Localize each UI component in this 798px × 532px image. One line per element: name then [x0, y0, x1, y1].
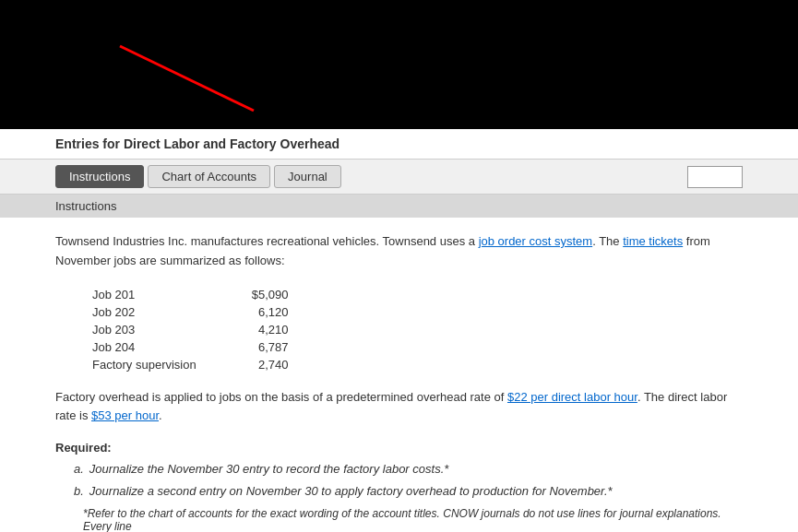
table-row: Factory supervision 2,740	[92, 356, 288, 373]
required-section: Required: a.Journalize the November 30 e…	[55, 441, 743, 532]
title-text: Entries for Direct Labor and Factory Ove…	[55, 136, 339, 151]
item-letter: a.	[74, 462, 84, 476]
section-header-text: Instructions	[55, 199, 116, 213]
table-row: Job 202 6,120	[92, 303, 288, 321]
svg-line-0	[120, 46, 254, 111]
intro-text-2: . The	[592, 234, 623, 248]
required-items-list: a.Journalize the November 30 entry to re…	[55, 460, 743, 500]
black-top-area	[0, 0, 798, 129]
job-amount: 6,120	[252, 303, 289, 321]
table-row: Job 201 $5,090	[92, 286, 288, 303]
job-label: Job 203	[92, 321, 252, 338]
intro-text-1: Townsend Industries Inc. manufactures re…	[55, 234, 479, 248]
note-text: *Refer to the chart of accounts for the …	[83, 507, 743, 532]
job-amount: 2,740	[252, 356, 289, 373]
job-label: Factory supervision	[92, 356, 252, 373]
time-tickets-link[interactable]: time tickets	[623, 234, 683, 248]
table-row: Job 204 6,787	[92, 338, 288, 356]
job-label: Job 204	[92, 338, 252, 356]
tab-input-field[interactable]	[687, 166, 743, 188]
job-amount: 4,210	[252, 321, 289, 338]
intro-paragraph: Townsend Industries Inc. manufactures re…	[55, 232, 743, 271]
required-item: a.Journalize the November 30 entry to re…	[74, 460, 743, 479]
tab-chart-of-accounts[interactable]: Chart of Accounts	[148, 165, 270, 188]
section-header: Instructions	[0, 195, 798, 218]
required-item: b.Journalize a second entry on November …	[74, 482, 743, 501]
overhead-text-1: Factory overhead is applied to jobs on t…	[55, 390, 507, 404]
red-arrow	[92, 28, 277, 120]
table-row: Job 203 4,210	[92, 321, 288, 338]
tab-bar: Instructions Chart of Accounts Journal	[0, 160, 798, 195]
item-letter: b.	[74, 484, 84, 498]
overhead-text-3: .	[159, 408, 162, 422]
item-text: Journalize the November 30 entry to reco…	[89, 462, 448, 476]
overhead-paragraph: Factory overhead is applied to jobs on t…	[55, 388, 743, 427]
required-label: Required:	[55, 441, 743, 455]
job-order-cost-system-link[interactable]: job order cost system	[479, 234, 593, 248]
job-label: Job 202	[92, 303, 252, 321]
main-content: Townsend Industries Inc. manufactures re…	[0, 218, 798, 532]
page-title: Entries for Direct Labor and Factory Ove…	[0, 129, 798, 160]
item-text: Journalize a second entry on November 30…	[89, 484, 613, 498]
jobs-table: Job 201 $5,090 Job 202 6,120 Job 203 4,2…	[92, 286, 743, 373]
job-label: Job 201	[92, 286, 252, 303]
overhead-rate-link[interactable]: $22 per direct labor hour	[507, 390, 637, 404]
job-amount: 6,787	[252, 338, 289, 356]
tab-journal[interactable]: Journal	[274, 165, 341, 188]
tab-instructions[interactable]: Instructions	[55, 165, 144, 188]
labor-rate-link[interactable]: $53 per hour	[91, 408, 159, 422]
job-amount: $5,090	[252, 286, 289, 303]
